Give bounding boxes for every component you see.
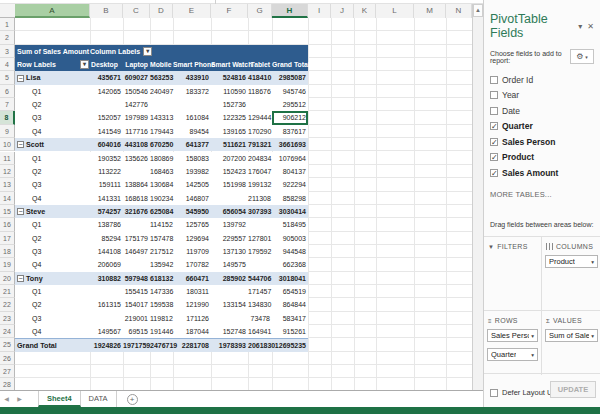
pivot-row-label[interactable]: Q1: [15, 152, 90, 165]
more-tables-link[interactable]: MORE TABLES...: [490, 190, 594, 199]
pivot-value-cell[interactable]: 190234: [150, 192, 173, 205]
pivot-value-cell[interactable]: 656054: [211, 205, 248, 218]
pivot-value-cell[interactable]: 240497: [150, 85, 173, 98]
collapse-minus-icon[interactable]: −: [17, 208, 24, 215]
row-header-16[interactable]: 16: [0, 218, 15, 231]
pivot-value-cell[interactable]: [211, 312, 248, 325]
pivot-value-cell[interactable]: 170782: [173, 258, 211, 271]
pivot-value-cell[interactable]: 310882: [90, 272, 123, 285]
pivot-value-cell[interactable]: 119709: [173, 245, 211, 258]
row-header-18[interactable]: 18: [0, 245, 15, 258]
pivot-value-cell[interactable]: 524816: [211, 71, 248, 84]
pivot-value-cell[interactable]: 191446: [150, 325, 173, 338]
row-header-24[interactable]: 24: [0, 325, 15, 338]
pivot-row-label[interactable]: Q3: [15, 111, 90, 124]
row-header-12[interactable]: 12: [0, 165, 15, 178]
field-item-sales-person[interactable]: ✓Sales Person: [490, 134, 594, 150]
pivot-value-cell[interactable]: 135626: [123, 152, 150, 165]
column-header-E[interactable]: E: [173, 4, 211, 18]
row-header-8[interactable]: 8: [0, 111, 15, 124]
pivot-value-cell[interactable]: 435671: [90, 71, 123, 84]
pivot-value-cell[interactable]: [248, 258, 272, 271]
column-header-B[interactable]: B: [90, 4, 123, 18]
field-item-date[interactable]: Date: [490, 103, 594, 119]
pivot-value-cell[interactable]: 443108: [123, 138, 150, 151]
next-sheet-icon[interactable]: ▶: [13, 391, 26, 407]
pivot-value-cell[interactable]: 3661693: [272, 138, 308, 151]
rows-area[interactable]: ≡ ROWS Sales Person▾Quarter▾: [484, 310, 541, 375]
row-header-21[interactable]: 21: [0, 285, 15, 298]
pivot-row-label[interactable]: Q3: [15, 312, 90, 325]
column-header-A[interactable]: A: [15, 4, 90, 18]
pivot-value-cell[interactable]: 159538: [150, 298, 173, 311]
pivot-value-cell[interactable]: 130684: [150, 178, 173, 191]
field-checkbox[interactable]: ✓: [490, 153, 498, 161]
pivot-value-cell[interactable]: 110590: [211, 85, 248, 98]
pivot-value-cell[interactable]: 176047: [248, 165, 272, 178]
pivot-value-cell[interactable]: 135942: [150, 258, 173, 271]
pivot-value-cell[interactable]: 604016: [90, 138, 123, 151]
update-button[interactable]: UPDATE: [550, 381, 596, 398]
pivot-value-cell[interactable]: 511621: [211, 138, 248, 151]
pivot-value-cell[interactable]: 73478: [248, 312, 272, 325]
pivot-value-cell[interactable]: 114152: [150, 218, 173, 231]
pivot-value-cell[interactable]: 858298: [272, 192, 308, 205]
field-item-sales-amount[interactable]: ✓Sales Amount: [490, 165, 594, 181]
pivot-value-cell[interactable]: 146497: [123, 245, 150, 258]
collapse-minus-icon[interactable]: −: [17, 75, 24, 82]
pivot-value-cell[interactable]: 141549: [90, 125, 123, 138]
field-item-year[interactable]: Year: [490, 88, 594, 104]
column-header-F[interactable]: F: [211, 4, 248, 18]
pivot-value-cell[interactable]: 518495: [272, 218, 308, 231]
column-header-N[interactable]: N: [446, 4, 472, 18]
field-checkbox[interactable]: ✓: [490, 169, 498, 177]
pivot-value-cell[interactable]: 791321: [248, 138, 272, 151]
sheet-tab-data[interactable]: DATA: [81, 391, 117, 407]
pivot-value-cell[interactable]: 180869: [150, 152, 173, 165]
pivot-value-cell[interactable]: 206069: [90, 258, 123, 271]
pivot-value-cell[interactable]: 418410: [248, 71, 272, 84]
row-header-14[interactable]: 14: [0, 192, 15, 205]
pivot-value-cell[interactable]: 149575: [211, 258, 248, 271]
pivot-value-cell[interactable]: 144108: [90, 245, 123, 258]
pivot-value-cell[interactable]: 1076964: [272, 152, 308, 165]
pivot-value-cell[interactable]: 171457: [248, 285, 272, 298]
pivot-value-cell[interactable]: 157478: [150, 232, 173, 245]
pivot-value-cell[interactable]: 837617: [272, 125, 308, 138]
pivot-value-cell[interactable]: 168618: [123, 192, 150, 205]
defer-layout-checkbox[interactable]: [490, 389, 498, 397]
pivot-value-cell[interactable]: 211308: [248, 192, 272, 205]
collapse-minus-icon[interactable]: −: [17, 141, 24, 148]
tools-gear-button[interactable]: ⚙ ▾: [570, 49, 594, 64]
field-item-order-id[interactable]: Order Id: [490, 72, 594, 88]
pivot-value-cell[interactable]: 321676: [123, 205, 150, 218]
pivot-value-cell[interactable]: 915261: [272, 325, 308, 338]
pivot-value-cell[interactable]: 142065: [90, 85, 123, 98]
pivot-value-cell[interactable]: 563253: [150, 71, 173, 84]
pivot-row-label[interactable]: Q4: [15, 258, 90, 271]
pivot-value-cell[interactable]: 574257: [90, 205, 123, 218]
row-header-5[interactable]: 5: [0, 71, 15, 84]
row-header-26[interactable]: 26: [0, 352, 15, 365]
pivot-value-cell[interactable]: 905003: [272, 232, 308, 245]
row-header-20[interactable]: 20: [0, 272, 15, 285]
pivot-value-cell[interactable]: 134830: [248, 298, 272, 311]
row-header-17[interactable]: 17: [0, 232, 15, 245]
values-field-chip[interactable]: Sum of Sales ...▾: [545, 329, 598, 342]
column-header-M[interactable]: M: [414, 4, 446, 18]
pivot-value-cell[interactable]: 175179: [123, 232, 150, 245]
pivot-value-cell[interactable]: 618132: [150, 272, 173, 285]
pivot-value-cell[interactable]: 143313: [150, 111, 173, 124]
pivot-value-cell[interactable]: 137130: [211, 245, 248, 258]
row-header-10[interactable]: 10: [0, 138, 15, 151]
pivot-value-cell[interactable]: [123, 218, 150, 231]
pivot-value-cell[interactable]: 670250: [150, 138, 173, 151]
pivot-value-cell[interactable]: 625084: [150, 205, 173, 218]
pivot-value-cell[interactable]: 197989: [123, 111, 150, 124]
row-header-4[interactable]: 4: [0, 58, 15, 71]
row-header-27[interactable]: 27: [0, 365, 15, 378]
pivot-value-cell[interactable]: 662368: [272, 258, 308, 271]
pane-close-icon[interactable]: ✕: [587, 22, 594, 31]
pivot-row-label[interactable]: Q1: [15, 85, 90, 98]
pivot-value-cell[interactable]: 155415: [123, 285, 150, 298]
